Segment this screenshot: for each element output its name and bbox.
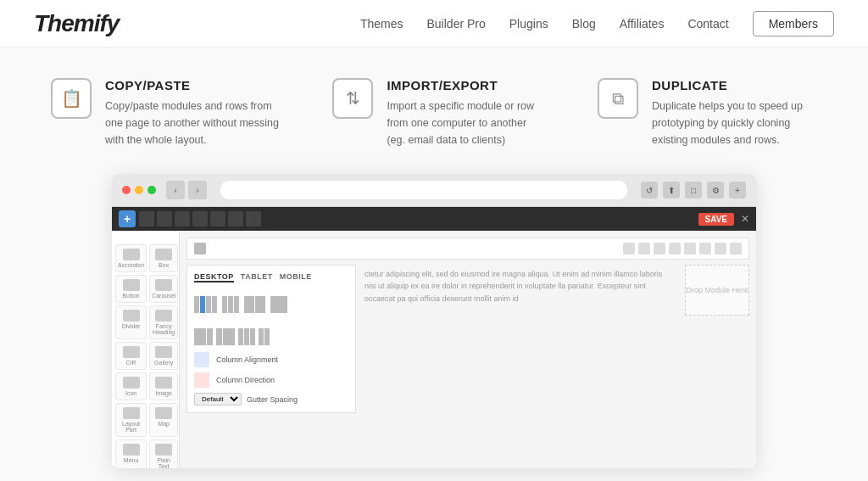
gallery-icon [155, 346, 172, 358]
divider-label: Divider [122, 323, 141, 329]
editor-row: DESKTOP TABLET MOBILE [186, 265, 749, 413]
browser-toolbar-right: ↺ ⬆ □ ⚙ + [641, 182, 746, 199]
row-collapse-icon[interactable] [715, 243, 726, 254]
row-move-up-icon[interactable] [730, 243, 742, 254]
carousel-label: Carousel [152, 293, 175, 299]
tool-icon-5[interactable] [210, 211, 225, 227]
row-edit-icon[interactable] [684, 243, 696, 254]
forward-button[interactable]: › [188, 181, 207, 199]
nav-contact[interactable]: Contact [687, 17, 728, 31]
layout-3col[interactable] [222, 289, 239, 313]
row-delete-icon[interactable] [699, 243, 711, 254]
column-alignment-label: Column Alignment [216, 355, 278, 364]
save-button[interactable]: SAVE [698, 213, 735, 226]
builder-toolbar: + SAVE ✕ [112, 207, 756, 231]
module-carousel[interactable]: Carousel [149, 275, 178, 303]
row-copy-icon[interactable] [623, 243, 635, 254]
layout-2-1[interactable] [194, 322, 213, 345]
builder-sidebar: Accordion Box Button Carousel [112, 231, 180, 468]
gutter-label: Gutter Spacing [247, 395, 298, 404]
tab-tablet[interactable]: TABLET [241, 272, 273, 282]
copy-paste-desc: Copy/paste modules and rows from one pag… [105, 98, 281, 148]
row-settings-icon[interactable] [669, 243, 681, 254]
close-dot[interactable] [122, 186, 131, 194]
content-col-text: ctetur adipiscing elit, sed do eiusmod i… [361, 265, 675, 413]
module-fancy-heading[interactable]: Fancy Heading [149, 305, 178, 339]
refresh-icon[interactable]: ↺ [641, 182, 658, 199]
logo[interactable]: Themify [34, 10, 119, 37]
module-box[interactable]: Box [149, 244, 178, 272]
nav-builder-pro[interactable]: Builder Pro [427, 17, 486, 31]
column-direction-row: Column Direction [194, 372, 348, 388]
nav-plugins[interactable]: Plugins [509, 17, 548, 31]
responsive-tabs: DESKTOP TABLET MOBILE [194, 272, 348, 282]
nav-blog[interactable]: Blog [572, 17, 596, 31]
column-layout-grid [194, 289, 348, 313]
accordion-label: Accordion [118, 262, 144, 268]
copy-paste-title: COPY/PASTE [105, 78, 281, 92]
column-editor-panel: DESKTOP TABLET MOBILE [186, 265, 356, 413]
maximize-dot[interactable] [147, 186, 156, 194]
module-map[interactable]: Map [149, 403, 178, 437]
main-nav: Themes Builder Pro Plugins Blog Affiliat… [360, 11, 834, 36]
features-section: 📋 COPY/PASTE Copy/paste modules and rows… [0, 48, 868, 165]
layout-2col-v2[interactable] [259, 322, 270, 345]
tab-desktop[interactable]: DESKTOP [194, 272, 234, 282]
tab-mobile[interactable]: MOBILE [280, 272, 312, 282]
module-button[interactable]: Button [115, 275, 147, 303]
back-button[interactable]: ‹ [166, 181, 185, 199]
row-import-icon[interactable] [638, 243, 650, 254]
divider-icon [123, 310, 140, 322]
drop-module-zone[interactable]: Drop Module Here [685, 265, 749, 316]
map-label: Map [158, 421, 170, 427]
add-tab-icon[interactable]: + [729, 182, 746, 199]
builder-content: Accordion Box Button Carousel [112, 231, 756, 468]
tool-icon-2[interactable] [157, 211, 172, 227]
browser-dots [122, 186, 156, 194]
tool-icon-4[interactable] [192, 211, 208, 227]
bookmark-icon[interactable]: □ [685, 182, 702, 199]
layout-1col[interactable] [270, 289, 287, 313]
share-icon[interactable]: ⬆ [663, 182, 680, 199]
layout-3col-v2[interactable] [238, 322, 255, 345]
close-builder-button[interactable]: ✕ [741, 213, 749, 225]
column-direction-icon [194, 372, 209, 388]
row-drag-handle[interactable] [194, 243, 206, 254]
layout-2col[interactable] [244, 289, 265, 313]
module-menu[interactable]: Menu [115, 439, 147, 468]
menu-icon [123, 444, 140, 456]
builder-tools [139, 211, 261, 227]
module-icon[interactable]: Icon [115, 372, 147, 400]
duplicate-icon: ⧉ [598, 78, 638, 119]
tool-icon-7[interactable] [246, 211, 261, 227]
header: Themify Themes Builder Pro Plugins Blog … [0, 0, 868, 48]
row-toolbar-actions [623, 243, 742, 254]
module-layout-part[interactable]: Layout Part [115, 403, 147, 437]
feature-copy-paste: 📋 COPY/PASTE Copy/paste modules and rows… [51, 78, 281, 148]
module-divider[interactable]: Divider [115, 305, 147, 339]
nav-themes[interactable]: Themes [360, 17, 403, 31]
row-duplicate-icon[interactable] [654, 243, 665, 254]
tool-icon-6[interactable] [228, 211, 243, 227]
module-gallery[interactable]: Gallery [149, 342, 178, 370]
module-image[interactable]: Image [149, 372, 178, 400]
members-button[interactable]: Members [753, 11, 834, 36]
tool-icon-3[interactable] [175, 211, 190, 227]
tool-icon-1[interactable] [139, 211, 154, 227]
builder-add-button[interactable]: + [119, 210, 136, 227]
module-cir[interactable]: CIR [115, 342, 147, 370]
nav-affiliates[interactable]: Affiliates [620, 17, 665, 31]
gutter-select[interactable]: Default [194, 393, 242, 405]
address-bar[interactable] [220, 181, 627, 199]
settings-icon[interactable]: ⚙ [707, 182, 724, 199]
box-icon [155, 249, 172, 260]
module-accordion[interactable]: Accordion [115, 244, 147, 272]
button-icon [123, 279, 140, 291]
module-plain-text[interactable]: Plain Text [149, 439, 178, 468]
content-columns: ctetur adipiscing elit, sed do eiusmod i… [361, 265, 749, 413]
minimize-dot[interactable] [135, 186, 143, 194]
layout-1-2[interactable] [216, 322, 235, 345]
gallery-label: Gallery [154, 360, 173, 366]
feature-duplicate: ⧉ DUPLICATE Duplicate helps you to speed… [598, 78, 817, 148]
layout-4col[interactable] [194, 289, 217, 313]
